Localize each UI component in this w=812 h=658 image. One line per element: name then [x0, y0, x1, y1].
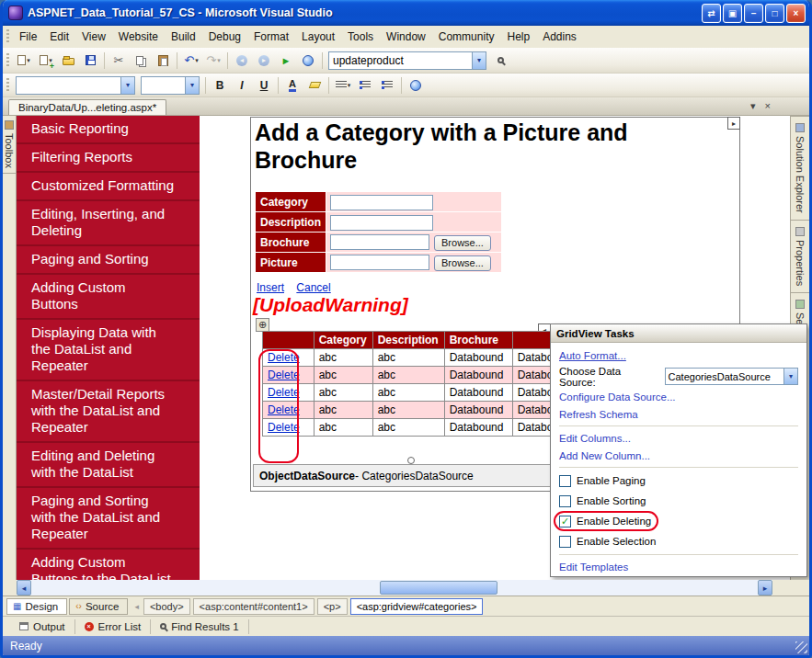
nav-item[interactable]: Basic Reporting	[17, 116, 200, 144]
description-textbox[interactable]	[330, 215, 433, 231]
enable-sorting-checkbox[interactable]	[559, 495, 571, 507]
cancel-link[interactable]: Cancel	[296, 281, 330, 294]
error-list-tab[interactable]: × Error List	[75, 619, 152, 634]
nav-item[interactable]: Filtering Reports	[17, 144, 200, 173]
configure-data-source-link[interactable]: Configure Data Source...	[559, 388, 798, 405]
menu-help[interactable]: Help	[500, 28, 536, 46]
picture-browse-button[interactable]: Browse...	[434, 255, 491, 271]
resize-grip[interactable]	[795, 641, 807, 653]
menu-debug[interactable]: Debug	[202, 28, 247, 46]
category-textbox[interactable]	[330, 195, 433, 210]
browse-with-button[interactable]	[298, 51, 318, 71]
gridview-move-handle[interactable]: ⊕	[256, 318, 269, 332]
cut-button[interactable]: ✂	[109, 51, 129, 71]
scroll-right-button[interactable]: ▸	[758, 580, 772, 596]
brochure-textbox[interactable]	[330, 234, 429, 250]
toolbar-grip[interactable]	[6, 78, 9, 93]
edit-templates-link[interactable]: Edit Templates	[559, 558, 798, 575]
refresh-schema-link[interactable]: Refresh Schema	[559, 405, 798, 423]
brochure-browse-button[interactable]: Browse...	[434, 235, 491, 251]
scroll-left-button[interactable]: ◂	[17, 580, 31, 596]
redo-button[interactable]: ↷▾	[203, 51, 223, 71]
navigate-back-button[interactable]: ◂	[232, 51, 252, 71]
highlight-button[interactable]	[304, 75, 325, 96]
menu-view[interactable]: View	[75, 28, 112, 46]
enable-selection-checkbox[interactable]	[559, 536, 571, 548]
find-button[interactable]	[490, 51, 510, 71]
chevron-down-icon[interactable]: ▾	[120, 77, 134, 94]
horizontal-scrollbar[interactable]: ◂ ▸	[17, 580, 772, 596]
insert-link[interactable]: Insert	[257, 281, 284, 294]
bullet-list-button[interactable]	[355, 75, 375, 96]
close-button[interactable]: ×	[786, 4, 806, 23]
toolbar-grip[interactable]	[6, 29, 9, 44]
resize-handle[interactable]	[407, 457, 415, 464]
italic-button[interactable]: I	[232, 75, 252, 96]
add-new-column-link[interactable]: Add New Column...	[559, 447, 798, 464]
font-name-combo[interactable]: ▾	[16, 76, 135, 95]
enable-deleting-checkbox[interactable]: ✓	[559, 516, 571, 528]
maximize-button[interactable]: □	[765, 4, 784, 23]
nav-item[interactable]: Customized Formatting	[17, 173, 200, 201]
tag-crumb-content[interactable]: <asp:content#content1>	[193, 598, 315, 615]
edit-columns-link[interactable]: Edit Columns...	[559, 429, 798, 447]
properties-tab[interactable]: Properties	[791, 220, 809, 292]
open-file-button[interactable]	[58, 51, 78, 71]
tag-crumb-p[interactable]: <p>	[317, 598, 348, 615]
start-debug-button[interactable]: ►	[276, 51, 296, 71]
add-new-item-button[interactable]: +▾	[36, 51, 56, 71]
nav-item[interactable]: Editing, Inserting, and Deleting	[17, 201, 200, 246]
menu-build[interactable]: Build	[165, 28, 202, 46]
font-size-combo[interactable]: ▾	[141, 76, 200, 95]
output-tab[interactable]: Output	[10, 619, 75, 634]
save-button[interactable]	[80, 51, 100, 71]
enable-paging-checkbox[interactable]	[559, 475, 571, 487]
menu-format[interactable]: Format	[247, 28, 295, 46]
source-view-tab[interactable]: ‹› Source	[69, 598, 128, 615]
nav-item[interactable]: Master/Detail Reports with the DataList …	[17, 381, 200, 443]
nav-item[interactable]: Editing and Deleting with the DataList	[17, 443, 200, 488]
bold-button[interactable]: B	[210, 75, 230, 96]
tag-crumb-body[interactable]: <body>	[143, 598, 190, 615]
new-project-button[interactable]: ▾	[14, 51, 34, 71]
nav-item[interactable]: Paging and Sorting	[17, 246, 200, 275]
menu-layout[interactable]: Layout	[295, 28, 341, 46]
tab-list-button[interactable]: ▾	[750, 100, 756, 112]
scrollbar-thumb[interactable]	[380, 581, 497, 595]
solution-explorer-tab[interactable]: Solution Explorer	[791, 116, 809, 220]
objectdatasource-control[interactable]: ObjectDataSource - CategoriesDataSource	[253, 464, 555, 487]
copy-button[interactable]	[131, 51, 151, 71]
navigate-forward-button[interactable]: ▸	[254, 51, 274, 71]
menu-edit[interactable]: Edit	[43, 28, 75, 46]
nav-item[interactable]: Adding Custom Buttons	[17, 275, 200, 320]
dock-button[interactable]: ⇄	[702, 4, 721, 23]
delete-link[interactable]: Delete	[268, 386, 300, 399]
menu-tools[interactable]: Tools	[341, 28, 380, 46]
minimize-button[interactable]: –	[744, 4, 763, 23]
paste-button[interactable]	[153, 51, 173, 71]
chevron-down-icon[interactable]: ▾	[185, 77, 199, 94]
delete-link[interactable]: Delete	[268, 351, 300, 364]
delete-link[interactable]: Delete	[268, 403, 300, 416]
toolbox-tab[interactable]: Toolbox	[3, 116, 16, 174]
align-button[interactable]: ▾	[333, 75, 353, 96]
menu-community[interactable]: Community	[432, 28, 501, 46]
nav-item[interactable]: Displaying Data with the DataList and Re…	[17, 320, 200, 381]
document-tab[interactable]: BinaryData/Up...eleting.aspx*	[8, 99, 166, 115]
hyperlink-button[interactable]	[406, 75, 426, 96]
chevron-down-icon[interactable]: ▾	[783, 369, 797, 384]
menu-file[interactable]: File	[13, 28, 43, 46]
chevron-down-icon[interactable]: ▾	[472, 52, 486, 69]
menu-addins[interactable]: Addins	[536, 28, 583, 46]
nav-item[interactable]: Adding Custom Buttons to the DataList an…	[17, 550, 200, 580]
design-view-tab[interactable]: ▦ Design	[6, 598, 67, 615]
data-source-combo[interactable]: CategoriesDataSource ▾	[665, 368, 798, 385]
font-color-button[interactable]: A	[282, 75, 303, 96]
tag-crumb-gridview[interactable]: <asp:gridview#categories>	[350, 598, 484, 615]
menu-website[interactable]: Website	[112, 28, 165, 46]
restore-button[interactable]: ▣	[723, 4, 742, 23]
underline-button[interactable]: U	[254, 75, 274, 96]
find-results-tab[interactable]: Find Results 1	[151, 619, 249, 634]
nav-item[interactable]: Paging and Sorting with the DataList and…	[17, 488, 200, 550]
toolbar-grip[interactable]	[6, 53, 9, 68]
